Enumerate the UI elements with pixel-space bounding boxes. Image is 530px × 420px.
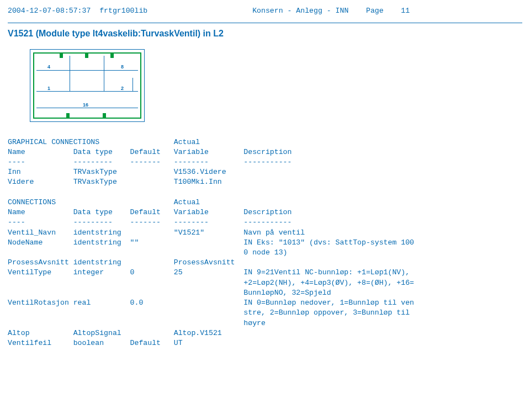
module-diagram: 4 8 1 2 16 <box>30 49 522 122</box>
diagram-label-2: 2 <box>121 86 124 91</box>
diagram-label-4: 4 <box>47 64 50 70</box>
listing: GRAPHICAL CONNECTIONS Actual Name Data t… <box>8 137 522 349</box>
diagram-inner: 4 8 1 2 16 <box>33 52 141 119</box>
diagram-label-8: 8 <box>121 64 124 70</box>
grid-line <box>36 70 138 71</box>
header-lib: frtgr100lib <box>99 7 147 15</box>
diagram-outer: 4 8 1 2 16 <box>30 49 145 122</box>
header-center: Konsern - Anlegg - INN <box>252 7 348 15</box>
divider <box>8 23 522 23</box>
header-page-num: 11 <box>401 7 410 15</box>
header-timestamp: 2004-12-07-08:57:37 <box>8 7 91 15</box>
diagram-label-1: 1 <box>47 86 50 91</box>
page-header: 2004-12-07-08:57:37 frtgr100lib Konsern … <box>8 7 522 15</box>
grid-line <box>104 70 104 91</box>
grid-line <box>104 56 104 70</box>
grid-line <box>70 70 70 91</box>
diagram-label-16: 16 <box>83 102 88 108</box>
grid-line <box>70 56 70 70</box>
grid-line <box>132 78 133 91</box>
header-page-label: Page <box>366 7 384 15</box>
module-title: V1521 (Module type lt4vaskelib:TurvaskVe… <box>8 29 522 39</box>
diagram-grid: 4 8 1 2 16 <box>36 56 138 115</box>
